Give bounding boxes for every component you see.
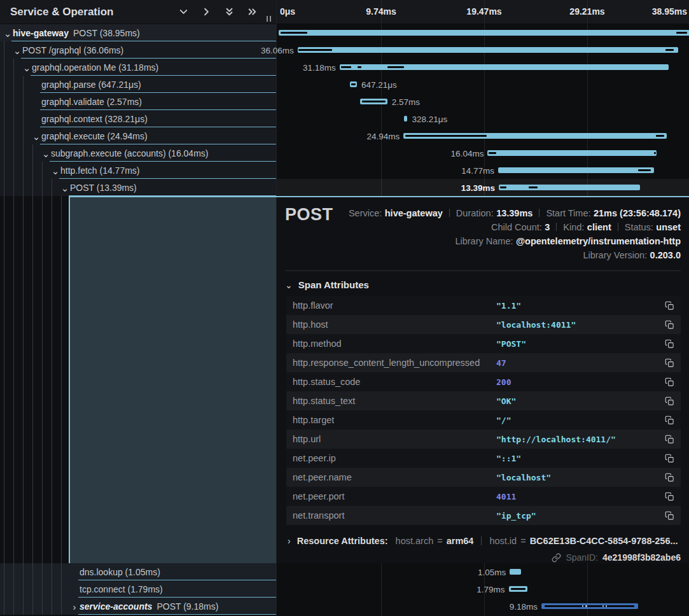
span-duration-bar[interactable] [340, 64, 669, 70]
copy-icon[interactable] [664, 452, 676, 465]
span-duration-label: 328.21μs [412, 114, 447, 123]
span-duration-label: 31.18ms [303, 62, 336, 72]
copy-icon[interactable] [664, 395, 676, 407]
indent-guides [0, 563, 62, 580]
span-duration-bar[interactable] [298, 47, 678, 53]
span-duration-label: 647.21μs [361, 80, 397, 89]
span-timeline-row[interactable]: 328.21μs [277, 110, 689, 127]
detail-field-value: 13.39ms [496, 208, 532, 218]
copy-icon[interactable] [664, 357, 676, 369]
span-duration-bar[interactable] [487, 150, 657, 156]
span-tree-row[interactable]: ⌄ graphql.execute (24.94ms) [0, 127, 276, 144]
span-duration-bar[interactable] [403, 133, 667, 139]
copy-icon[interactable] [664, 472, 676, 484]
copy-icon[interactable] [664, 338, 676, 350]
detail-info-line: Library Version: 0.203.0 [333, 248, 681, 262]
tree-panel-title: Service & Operation [10, 6, 177, 18]
axis-tick: 29.21ms [569, 6, 604, 17]
axis-tick: 0μs [280, 6, 295, 17]
indent-guides [0, 179, 53, 196]
expander-icon[interactable]: ⌄ [51, 165, 60, 175]
span-duration-bar[interactable] [404, 116, 407, 122]
span-id-label: SpanID: [566, 552, 598, 563]
link-icon[interactable] [552, 553, 561, 563]
panel-resize-handle[interactable] [267, 16, 271, 22]
span-tree-row[interactable]: tcp.connect (1.79ms) [0, 580, 276, 598]
span-tree-row[interactable]: graphql.context (328.21μs) [0, 110, 276, 127]
span-tree-row[interactable]: ⌄ hive-gateway POST (38.95ms) [0, 24, 276, 41]
span-duration-bar[interactable] [279, 30, 689, 36]
expander-icon[interactable]: ⌄ [3, 28, 12, 38]
attribute-key: http.flavor [293, 300, 496, 311]
attribute-row: net.peer.ip "::1" [286, 449, 681, 468]
copy-icon[interactable] [664, 433, 676, 445]
span-duration-label: 9.18ms [510, 601, 538, 611]
indent-guides [0, 580, 62, 598]
attribute-value: "POST" [496, 339, 664, 349]
span-duration-bar[interactable] [509, 586, 528, 592]
span-tree-row[interactable]: ⌄ POST /graphql (36.06ms) [0, 41, 276, 59]
double-chevron-down-icon[interactable] [223, 6, 235, 18]
expander-icon[interactable]: ⌄ [22, 62, 31, 72]
chevron-down-icon[interactable] [177, 6, 190, 18]
span-tree-row[interactable]: dns.lookup (1.05ms) [0, 563, 276, 580]
span-timeline-row[interactable] [277, 24, 689, 41]
span-duration-label: 16.04ms [451, 148, 484, 158]
attribute-key: http.host [293, 319, 496, 330]
expander-icon[interactable]: ⌄ [60, 183, 69, 192]
span-tree-row[interactable]: ⌄ POST (13.39ms) [0, 179, 276, 196]
span-timeline-row[interactable]: 14.77ms [277, 162, 689, 179]
attribute-row: net.peer.name "localhost" [286, 468, 681, 487]
span-timeline-row[interactable]: 13.39ms [277, 179, 689, 196]
span-timeline-row[interactable]: 16.04ms [277, 144, 689, 162]
chevron-right-icon: › [288, 536, 291, 546]
span-timeline-row[interactable]: 1.79ms [277, 580, 689, 598]
span-timeline-row[interactable]: 24.94ms [277, 127, 689, 144]
expander-icon[interactable]: ⌄ [32, 131, 41, 141]
span-timeline-row[interactable]: 9.18ms [277, 598, 689, 615]
copy-icon[interactable] [664, 376, 676, 388]
span-tree-row[interactable]: graphql.validate (2.57ms) [0, 93, 276, 110]
indent-guides [0, 41, 5, 59]
copy-icon[interactable] [664, 510, 676, 522]
span-tree-panel: Service & Operation ⌄ hive-gateway POST … [0, 0, 276, 616]
resource-key: host.id [489, 536, 517, 546]
span-timeline-row[interactable]: 31.18ms [277, 59, 689, 76]
span-duration-bar[interactable] [498, 167, 654, 173]
detail-field-label: Library Name: [455, 236, 513, 246]
span-duration-bar[interactable] [350, 81, 357, 87]
resource-attributes-row[interactable]: › Resource Attributes: host.arch=arm64ho… [285, 535, 681, 547]
span-attributes-header[interactable]: ⌄ Span Attributes [285, 279, 681, 290]
detail-info-pair: Kind: client [563, 221, 611, 232]
copy-icon[interactable] [664, 414, 676, 426]
attribute-key: net.peer.name [293, 472, 496, 482]
span-tree-row[interactable]: ⌄ http.fetch (14.77ms) [0, 162, 276, 179]
copy-icon[interactable] [664, 300, 676, 312]
span-attributes-title: Span Attributes [298, 279, 369, 290]
resource-value: BC62E13B-C4CC-5854-9788-256... [530, 536, 678, 546]
span-duration-bar[interactable] [541, 603, 638, 609]
span-duration-bar[interactable] [499, 185, 640, 190]
chevron-right-icon[interactable] [200, 6, 212, 18]
span-timeline-row[interactable]: 2.57ms [277, 93, 689, 110]
copy-icon[interactable] [664, 319, 676, 331]
timeline-rows-bottom: 1.05ms 1.79ms 9.18ms [277, 563, 689, 615]
span-tree-row[interactable]: › service-accounts POST (9.18ms) [0, 598, 276, 615]
indent-guides [0, 598, 62, 615]
span-timeline-row[interactable]: 36.06ms [277, 41, 689, 59]
expander-icon[interactable]: ⌄ [13, 45, 22, 55]
attribute-value: "1.1" [496, 301, 664, 311]
span-tree-row[interactable]: ⌄ graphql.operation Me (31.18ms) [0, 59, 276, 76]
span-tree-row[interactable]: ⌄ subgraph.execute (accounts) (16.04ms) [0, 144, 276, 162]
expander-icon[interactable]: ⌄ [41, 148, 50, 158]
span-timeline-row[interactable]: 1.05ms [277, 563, 689, 580]
expander-icon[interactable]: › [70, 601, 79, 611]
span-operation-name: graphql.context (328.21μs) [41, 114, 148, 124]
span-timeline-row[interactable]: 647.21μs [277, 76, 689, 93]
copy-icon[interactable] [664, 491, 676, 503]
span-duration-bar[interactable] [510, 569, 520, 575]
double-chevron-right-icon[interactable] [246, 6, 258, 18]
attribute-key: net.peer.ip [293, 453, 496, 463]
span-tree-row[interactable]: graphql.parse (647.21μs) [0, 76, 276, 93]
span-duration-bar[interactable] [360, 99, 387, 104]
